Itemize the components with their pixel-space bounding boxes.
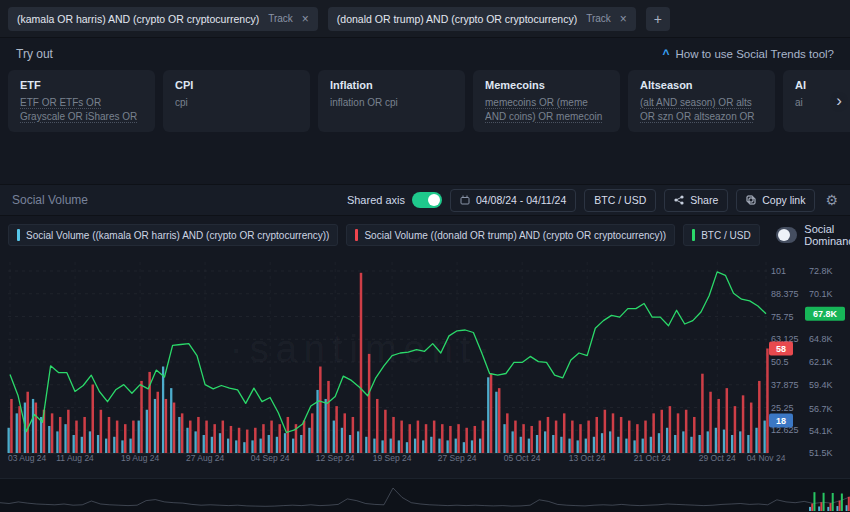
share-icon [674, 195, 684, 205]
close-icon[interactable]: × [302, 13, 309, 25]
social-dominance-control: Social Dominance [776, 223, 850, 247]
tryout-card-inflation[interactable]: Inflation inflation OR cpi [318, 70, 465, 132]
legend-item-kamala[interactable]: Social Volume ((kamala OR harris) AND (c… [8, 224, 338, 246]
calendar-icon [460, 195, 470, 205]
help-link[interactable]: ^ How to use Social Trends tool? [662, 47, 834, 61]
legend-swatch [17, 229, 20, 241]
svg-text:04 Sep 24: 04 Sep 24 [251, 453, 290, 463]
legend-item-btc[interactable]: BTC / USD [683, 224, 759, 246]
share-label: Share [690, 194, 718, 206]
social-dominance-label: Social Dominance [804, 223, 850, 247]
query-chip-kamala[interactable]: (kamala OR harris) AND (crypto OR crypto… [8, 7, 318, 31]
card-query: cpi [175, 96, 298, 110]
svg-text:27 Sep 24: 27 Sep 24 [438, 453, 477, 463]
add-query-button[interactable]: + [646, 7, 670, 31]
card-query: memecoins OR (meme AND coins) OR memecoi… [485, 96, 608, 124]
tryout-header: Try out ^ How to use Social Trends tool? [0, 40, 850, 68]
svg-text:05 Oct 24: 05 Oct 24 [504, 453, 541, 463]
svg-text:29 Oct 24: 29 Oct 24 [699, 453, 736, 463]
toggle-knob [778, 229, 790, 241]
navigator-canvas[interactable] [0, 479, 850, 512]
svg-text:101: 101 [771, 266, 786, 276]
tryout-card-memecoins[interactable]: Memecoins memecoins OR (meme AND coins) … [473, 70, 620, 132]
chart-legend: Social Volume ((kamala OR harris) AND (c… [8, 222, 842, 248]
svg-text:64.8K: 64.8K [809, 334, 833, 344]
toggle-knob [428, 194, 440, 206]
query-text: (donald OR trump) AND (crypto OR cryptoc… [337, 13, 577, 25]
legend-swatch [355, 229, 358, 241]
card-title: Memecoins [485, 79, 608, 91]
svg-text:72.8K: 72.8K [809, 266, 833, 276]
shared-axis-control: Shared axis [347, 192, 442, 208]
shared-axis-label: Shared axis [347, 194, 405, 206]
range-navigator[interactable] [0, 478, 850, 512]
tryout-card-cpi[interactable]: CPI cpi [163, 70, 310, 132]
copy-icon [746, 195, 756, 205]
topbar: (kamala OR harris) AND (crypto OR crypto… [0, 0, 850, 38]
svg-text:56.7K: 56.7K [809, 404, 833, 414]
card-title: Inflation [330, 79, 453, 91]
legend-swatch [692, 229, 695, 241]
svg-text:70.1K: 70.1K [809, 289, 833, 299]
legend-label: Social Volume ((kamala OR harris) AND (c… [26, 230, 329, 241]
card-query: inflation OR cpi [330, 96, 453, 110]
legend-item-trump[interactable]: Social Volume ((donald OR trump) AND (cr… [346, 224, 675, 246]
svg-text:12 Sep 24: 12 Sep 24 [316, 453, 355, 463]
svg-text:11 Aug 24: 11 Aug 24 [56, 453, 94, 463]
svg-text:19 Sep 24: 19 Sep 24 [373, 453, 412, 463]
share-button[interactable]: Share [664, 189, 728, 212]
chart-canvas[interactable]: 10188.37575.7563.12550.537.87525.2512.62… [0, 248, 850, 464]
card-title: Altseason [640, 79, 763, 91]
date-range-button[interactable]: 04/08/24 - 04/11/24 [450, 189, 576, 212]
card-query: ETF OR ETFs OR Grayscale OR iShares OR b… [20, 96, 143, 124]
track-button[interactable]: Track [586, 13, 611, 24]
chart-area[interactable]: ·santiment· 10188.37575.7563.12550.537.8… [0, 248, 850, 464]
query-chip-trump[interactable]: (donald OR trump) AND (crypto OR cryptoc… [328, 7, 636, 31]
svg-text:58: 58 [776, 344, 786, 354]
svg-text:51.5K: 51.5K [809, 448, 833, 458]
social-dominance-toggle[interactable] [776, 227, 798, 243]
svg-text:27 Aug 24: 27 Aug 24 [186, 453, 225, 463]
svg-text:54.1K: 54.1K [809, 426, 833, 436]
chart-toolbar: Social Volume Shared axis 04/08/24 - 04/… [0, 184, 850, 216]
card-title: ETF [20, 79, 143, 91]
help-link-label: How to use Social Trends tool? [675, 48, 834, 60]
shared-axis-toggle[interactable] [412, 192, 442, 208]
legend-label: BTC / USD [701, 230, 750, 241]
copy-link-label: Copy link [762, 194, 805, 206]
settings-gear-icon[interactable]: ⚙ [825, 192, 838, 208]
tryout-card-altseason[interactable]: Altseason (alt AND season) OR alts OR sz… [628, 70, 775, 132]
close-icon[interactable]: × [620, 13, 627, 25]
tryout-title: Try out [16, 47, 53, 61]
svg-text:59.4K: 59.4K [809, 380, 833, 390]
chart-title: Social Volume [12, 193, 88, 207]
copy-link-button[interactable]: Copy link [736, 189, 815, 212]
svg-text:21 Oct 24: 21 Oct 24 [634, 453, 671, 463]
svg-text:25.25: 25.25 [771, 403, 794, 413]
chevron-right-icon[interactable]: › [830, 88, 848, 114]
svg-text:13 Oct 24: 13 Oct 24 [569, 453, 606, 463]
svg-text:04 Nov 24: 04 Nov 24 [747, 453, 786, 463]
query-text: (kamala OR harris) AND (crypto OR crypto… [17, 13, 259, 25]
chevron-up-icon: ^ [662, 47, 669, 61]
legend-label: Social Volume ((donald OR trump) AND (cr… [364, 230, 666, 241]
date-range-label: 04/08/24 - 04/11/24 [476, 194, 566, 206]
svg-text:18: 18 [776, 416, 786, 426]
card-title: CPI [175, 79, 298, 91]
tryout-card-etf[interactable]: ETF ETF OR ETFs OR Grayscale OR iShares … [8, 70, 155, 132]
svg-text:19 Aug 24: 19 Aug 24 [121, 453, 160, 463]
svg-text:37.875: 37.875 [771, 380, 799, 390]
pair-label: BTC / USD [594, 194, 646, 206]
svg-text:03 Aug 24: 03 Aug 24 [8, 453, 47, 463]
svg-text:67.8K: 67.8K [813, 309, 838, 319]
pair-selector-button[interactable]: BTC / USD [584, 189, 656, 212]
card-query: (alt AND season) OR alts OR szn OR altse… [640, 96, 763, 124]
svg-text:88.375: 88.375 [771, 289, 799, 299]
track-button[interactable]: Track [268, 13, 293, 24]
svg-text:62.1K: 62.1K [809, 357, 833, 367]
svg-text:50.5: 50.5 [771, 357, 789, 367]
svg-text:75.75: 75.75 [771, 312, 794, 322]
tryout-cards: ETF ETF OR ETFs OR Grayscale OR iShares … [8, 70, 850, 134]
